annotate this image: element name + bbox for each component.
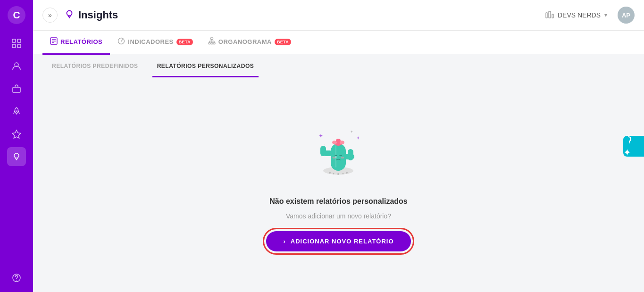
avatar[interactable]: AP — [618, 7, 635, 24]
add-button-icon: › — [283, 238, 285, 245]
svg-rect-28 — [213, 42, 215, 44]
svg-rect-41 — [320, 146, 326, 156]
expand-button[interactable]: » — [42, 8, 58, 23]
svg-rect-3 — [17, 39, 21, 42]
header: » Insights DEVS NERDS ▾ — [33, 0, 644, 31]
company-selector[interactable]: DEVS NERDS ▾ — [541, 7, 612, 23]
svg-point-52 — [329, 172, 331, 174]
svg-text:✦: ✦ — [350, 130, 353, 134]
expand-icon: » — [48, 11, 52, 19]
organograma-beta-badge: BETA — [275, 39, 291, 45]
svg-rect-7 — [13, 87, 20, 92]
svg-point-13 — [16, 280, 17, 281]
svg-rect-18 — [552, 14, 553, 18]
sidebar-item-insights[interactable] — [7, 147, 26, 166]
company-name: DEVS NERDS — [558, 11, 601, 19]
svg-rect-5 — [17, 44, 21, 48]
svg-point-55 — [343, 173, 344, 174]
sub-tab-predefinidos-label: RELATÓRIOS PREDEFINIDOS — [52, 63, 138, 69]
relatorios-icon — [50, 37, 58, 47]
tab-organograma[interactable]: ORGANOGRAMA BETA — [201, 31, 299, 55]
svg-marker-9 — [12, 130, 21, 138]
svg-rect-26 — [209, 42, 210, 44]
svg-point-48 — [336, 139, 341, 142]
svg-rect-25 — [210, 38, 213, 40]
sub-tabs: RELATÓRIOS PREDEFINIDOS RELATÓRIOS PERSO… — [33, 54, 644, 79]
add-report-button[interactable]: › ADICIONAR NOVO RELATÓRIO — [266, 231, 410, 251]
sidebar-item-jobs[interactable] — [7, 79, 26, 98]
empty-subtitle: Vamos adicionar um novo relatório? — [286, 212, 391, 220]
tab-relatorios-label: RELATÓRIOS — [60, 38, 102, 45]
sub-tab-predefinidos[interactable]: RELATÓRIOS PREDEFINIDOS — [47, 56, 143, 77]
svg-rect-43 — [348, 149, 353, 160]
sidebar-item-dashboard[interactable] — [7, 34, 26, 53]
empty-title: Não existem relatórios personalizados — [269, 197, 408, 206]
tab-indicadores-label: INDICADORES — [128, 38, 174, 45]
svg-text:•: • — [324, 143, 325, 146]
indicadores-beta-badge: BETA — [176, 39, 193, 45]
svg-point-57 — [629, 142, 630, 143]
insights-icon — [64, 9, 75, 22]
svg-text:✦: ✦ — [318, 133, 323, 139]
header-right: DEVS NERDS ▾ AP — [541, 7, 635, 24]
sidebar-item-people[interactable] — [7, 57, 26, 75]
sidebar-item-star[interactable] — [7, 125, 26, 143]
sidebar-item-help[interactable] — [7, 268, 26, 287]
cactus-illustration: ✦ ✦ ✦ • — [305, 120, 371, 186]
svg-point-24 — [121, 40, 122, 41]
sidebar-logo[interactable]: C — [6, 5, 27, 25]
svg-text:✦: ✦ — [356, 135, 360, 141]
sub-tab-personalizados[interactable]: RELATÓRIOS PERSONALIZADOS — [152, 56, 259, 77]
svg-rect-27 — [211, 42, 213, 44]
svg-point-50 — [333, 157, 336, 159]
float-help-button[interactable]: ✦ — [623, 136, 644, 157]
tabs-bar: RELATÓRIOS INDICADORES BETA — [33, 31, 644, 54]
svg-point-10 — [14, 153, 19, 158]
company-icon — [545, 10, 554, 20]
tab-relatorios[interactable]: RELATÓRIOS — [42, 31, 110, 55]
svg-text:C: C — [13, 9, 20, 20]
main-content: » Insights DEVS NERDS ▾ — [33, 0, 644, 292]
content-area: ✦ ✦ ✦ • — [33, 79, 644, 292]
svg-point-53 — [333, 173, 335, 174]
empty-state: ✦ ✦ ✦ • — [266, 120, 410, 251]
sidebar-item-rocket[interactable] — [7, 102, 26, 121]
svg-rect-2 — [12, 39, 16, 42]
float-help-icon: ✦ — [623, 134, 644, 158]
sub-tab-personalizados-label: RELATÓRIOS PERSONALIZADOS — [157, 63, 254, 69]
svg-rect-16 — [546, 13, 547, 18]
sidebar: C — [0, 0, 33, 292]
svg-point-51 — [341, 157, 344, 159]
tab-indicadores[interactable]: INDICADORES BETA — [110, 31, 201, 55]
tab-organograma-label: ORGANOGRAMA — [218, 38, 272, 45]
svg-point-54 — [337, 173, 339, 175]
add-button-label: ADICIONAR NOVO RELATÓRIO — [291, 238, 394, 245]
indicadores-icon — [117, 37, 125, 47]
svg-rect-4 — [12, 44, 16, 48]
organograma-icon — [208, 37, 216, 47]
svg-point-14 — [67, 10, 72, 16]
svg-rect-17 — [549, 11, 551, 18]
svg-point-8 — [16, 110, 17, 112]
svg-point-56 — [346, 172, 348, 174]
chevron-down-icon: ▾ — [604, 12, 607, 18]
page-title: Insights — [78, 9, 541, 21]
